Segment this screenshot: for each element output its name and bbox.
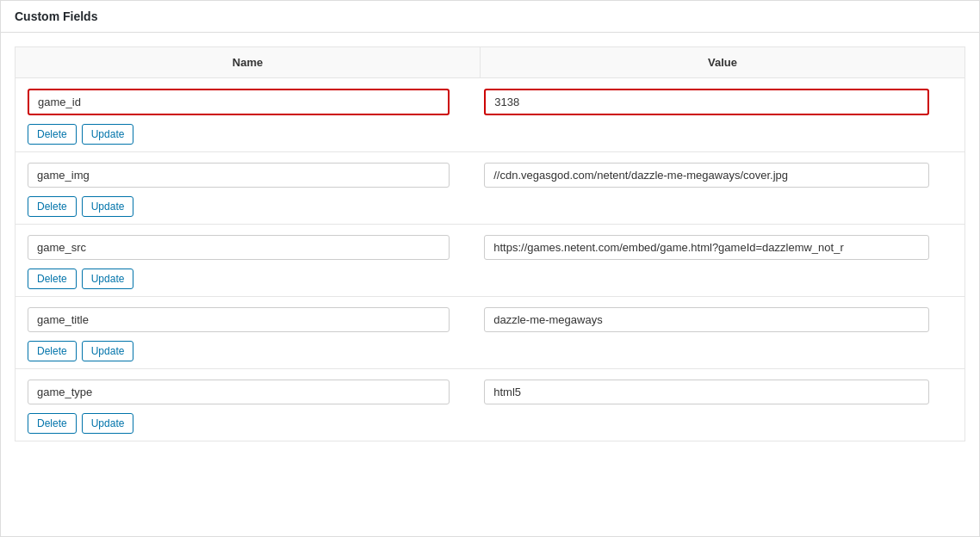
field-value-input-0[interactable] (484, 89, 929, 115)
column-name-header: Name (16, 47, 481, 77)
field-row: DeleteUpdate (16, 152, 964, 225)
value-col (481, 380, 952, 404)
update-button-1[interactable]: Update (82, 196, 134, 217)
field-name-input-3[interactable] (28, 307, 450, 332)
delete-button-1[interactable]: Delete (28, 196, 77, 217)
field-name-input-2[interactable] (28, 235, 450, 260)
fields-container: DeleteUpdateDeleteUpdateDeleteUpdateDele… (16, 78, 964, 441)
value-col (481, 307, 952, 332)
field-actions-3: DeleteUpdate (28, 339, 952, 361)
field-inputs-4 (28, 380, 952, 404)
field-actions-0: DeleteUpdate (28, 122, 952, 145)
field-name-input-4[interactable] (28, 380, 450, 404)
delete-button-3[interactable]: Delete (28, 341, 77, 361)
field-value-input-4[interactable] (484, 380, 929, 404)
field-row: DeleteUpdate (16, 297, 964, 369)
delete-button-2[interactable]: Delete (28, 268, 77, 289)
custom-fields-table: Name Value DeleteUpdateDeleteUpdateDelet… (15, 46, 965, 441)
page-header: Custom Fields (1, 1, 979, 33)
value-col (481, 235, 952, 260)
field-actions-4: DeleteUpdate (28, 411, 952, 434)
update-button-0[interactable]: Update (82, 124, 134, 145)
delete-button-0[interactable]: Delete (28, 124, 77, 145)
name-col (28, 307, 481, 332)
column-value-header: Value (481, 47, 964, 77)
field-value-input-2[interactable] (484, 235, 929, 260)
update-button-4[interactable]: Update (82, 413, 134, 434)
update-button-3[interactable]: Update (82, 341, 134, 361)
name-col (28, 163, 481, 188)
field-name-input-1[interactable] (28, 163, 450, 188)
field-row: DeleteUpdate (16, 369, 964, 441)
name-col (28, 235, 481, 260)
table-header: Name Value (16, 47, 964, 78)
field-actions-2: DeleteUpdate (28, 267, 952, 289)
field-name-input-0[interactable] (28, 89, 450, 115)
field-row: DeleteUpdate (16, 225, 964, 297)
field-inputs-2 (28, 235, 952, 260)
name-col (28, 89, 481, 115)
field-actions-1: DeleteUpdate (28, 194, 952, 217)
update-button-2[interactable]: Update (82, 268, 134, 289)
field-row: DeleteUpdate (16, 78, 964, 152)
field-inputs-0 (28, 89, 952, 115)
value-col (481, 163, 952, 188)
field-inputs-1 (28, 163, 952, 188)
name-col (28, 380, 481, 404)
page-title: Custom Fields (15, 9, 965, 23)
field-value-input-3[interactable] (484, 307, 929, 332)
field-inputs-3 (28, 307, 952, 332)
value-col (481, 89, 952, 115)
page-wrapper: Custom Fields Name Value DeleteUpdateDel… (0, 0, 980, 537)
field-value-input-1[interactable] (484, 163, 929, 188)
delete-button-4[interactable]: Delete (28, 413, 77, 434)
